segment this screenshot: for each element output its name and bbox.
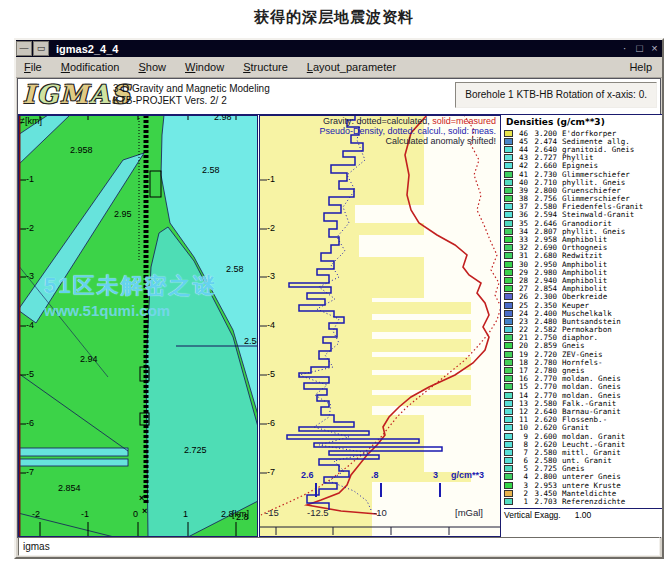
app-title-line1: 3-D Gravity and Magnetic Modeling — [113, 83, 270, 94]
depth-tick-label: -5 — [26, 369, 34, 379]
note-anomaly-shifted: Calculated anomaly shifted! — [320, 136, 496, 146]
depth-tick-label: -6 — [26, 418, 34, 428]
gravity-tick-label: -12.5 — [307, 507, 329, 518]
depth-tick-label: -7 — [26, 467, 34, 477]
legend-color-chip — [504, 359, 513, 366]
legend-color-chip — [504, 203, 513, 210]
legend-color-chip — [504, 130, 513, 137]
x-tick-label: 1 — [183, 509, 188, 519]
legend-body-id: 1 — [515, 497, 528, 506]
legend-color-chip — [504, 351, 513, 358]
gravity-tick-label: -15 — [265, 507, 279, 518]
legend-color-chip — [504, 416, 513, 423]
legend-color-chip — [504, 285, 513, 292]
menu-window[interactable]: Window — [185, 61, 224, 73]
menu-modification[interactable]: Modification — [61, 61, 120, 73]
legend-color-chip — [504, 220, 513, 227]
legend-color-chip — [504, 457, 513, 464]
density-tick-label: 3 — [433, 470, 438, 480]
command-input[interactable] — [18, 537, 660, 556]
x-axis-unit: [km] — [232, 509, 249, 519]
density-region-label: 2.58 — [226, 264, 244, 274]
legend-color-chip — [504, 187, 513, 194]
legend-color-chip — [504, 367, 513, 374]
density-axis-unit: g/cm**3 — [451, 470, 484, 480]
depth-tick-label: -4 — [26, 320, 34, 330]
depth-tick-label: -2 — [26, 223, 34, 233]
gravity-axis-unit: [mGal] — [455, 507, 483, 518]
menu-structure[interactable]: Structure — [243, 61, 288, 73]
legend-color-chip — [504, 342, 513, 349]
legend-color-chip — [504, 441, 513, 448]
depth-tick-label: -5 — [267, 369, 275, 379]
legend-color-chip — [504, 473, 513, 480]
client-area: IGMAS 3-D Gravity and Magnetic Modeling … — [17, 78, 661, 538]
legend-color-chip — [504, 318, 513, 325]
density-region-label: 2.958 — [70, 145, 93, 155]
cross-section-canvas — [18, 115, 258, 537]
legend-density-value: 2.703 — [528, 497, 557, 506]
logo-letter: M — [60, 80, 90, 109]
app-title-line2: KTB-PROJEKT Vers. 2/ 2 — [113, 95, 227, 106]
legend-color-chip — [504, 244, 513, 251]
legend-color-chip — [504, 146, 513, 153]
depth-tick-label: -3 — [267, 271, 275, 281]
maximize-icon[interactable]: □ — [632, 41, 647, 56]
depth-tick-label: -2 — [267, 223, 275, 233]
legend-title: Densities (g/cm**3) — [506, 117, 662, 127]
legend-color-chip — [504, 236, 513, 243]
menu-file[interactable]: File — [24, 61, 42, 73]
window-shade-icon[interactable]: ▭ — [33, 41, 49, 56]
density-tick-label: .8 — [371, 470, 379, 480]
legend-color-chip — [504, 195, 513, 202]
vertical-exaggeration: Vertical Exagg.1.00 — [504, 508, 662, 520]
density-region-label: 2.94 — [80, 354, 98, 364]
cross-section-panel[interactable]: ≠[km] 2.9582.952.982.582.582.582.942.725… — [18, 115, 258, 537]
density-region-label: 2.58 — [244, 336, 258, 346]
minimize-icon[interactable]: · — [617, 41, 632, 56]
z-axis-label: ≠[km] — [20, 116, 42, 126]
note-gravity-measured: solid=measured — [432, 116, 496, 126]
density-legend: Densities (g/cm**3) 463.200E'dorfkorper4… — [502, 115, 662, 537]
legend-color-chip — [504, 310, 513, 317]
note-pseudo-density: Pseudo-Density, dotted: calcul., solid: … — [320, 126, 496, 136]
legend-color-chip — [504, 302, 513, 309]
titlebar-left-controls: —▭ — [16, 41, 50, 56]
menu-help[interactable]: Help — [629, 61, 652, 73]
density-region-label: 2.854 — [58, 483, 81, 493]
title-bar[interactable]: —▭ igmas2_4_4 ·□× — [16, 40, 662, 57]
logo-letter: G — [37, 80, 60, 109]
plot-area: ≠[km] 2.9582.952.982.582.582.582.942.725… — [18, 114, 662, 537]
legend-color-chip — [504, 154, 513, 161]
density-region-label: 2.98 — [214, 115, 232, 122]
logo-letter: I — [23, 80, 37, 109]
legend-color-chip — [504, 261, 513, 268]
legend-color-chip — [504, 383, 513, 390]
legend-color-chip — [504, 408, 513, 415]
x-tick-label: 0 — [133, 509, 138, 519]
menu-layout_parameter[interactable]: Layout_parameter — [307, 61, 396, 73]
legend-color-chip — [504, 171, 513, 178]
density-tick-label: 2.6 — [301, 470, 314, 480]
legend-color-chip — [504, 334, 513, 341]
legend-color-chip — [504, 424, 513, 431]
legend-color-chip — [504, 252, 513, 259]
borehole-info: Borehole 1 KTB-HB Rotation of x-axis: 0. — [455, 82, 657, 108]
legend-color-chip — [504, 449, 513, 456]
vertical-exagg-label: Vertical Exagg. — [504, 510, 561, 520]
legend-color-chip — [504, 277, 513, 284]
profile-panel[interactable]: Gravity: dotted=calculated, solid=measur… — [259, 115, 501, 537]
close-icon[interactable]: × — [647, 41, 662, 56]
legend-color-chip — [504, 482, 513, 489]
app-window: —▭ igmas2_4_4 ·□× FileModificationShowWi… — [14, 38, 664, 559]
x-tick-label: -2 — [32, 509, 40, 519]
menu-show[interactable]: Show — [138, 61, 166, 73]
legend-color-chip — [504, 162, 513, 169]
window-menu-icon[interactable]: — — [16, 41, 32, 56]
density-region-label: 2.95 — [114, 209, 132, 219]
legend-color-chip — [504, 465, 513, 472]
x-tick-label: -1 — [81, 509, 89, 519]
legend-color-chip — [504, 138, 513, 145]
density-region-label: 2.725 — [184, 445, 207, 455]
borehole-x-marker: × — [142, 506, 147, 516]
